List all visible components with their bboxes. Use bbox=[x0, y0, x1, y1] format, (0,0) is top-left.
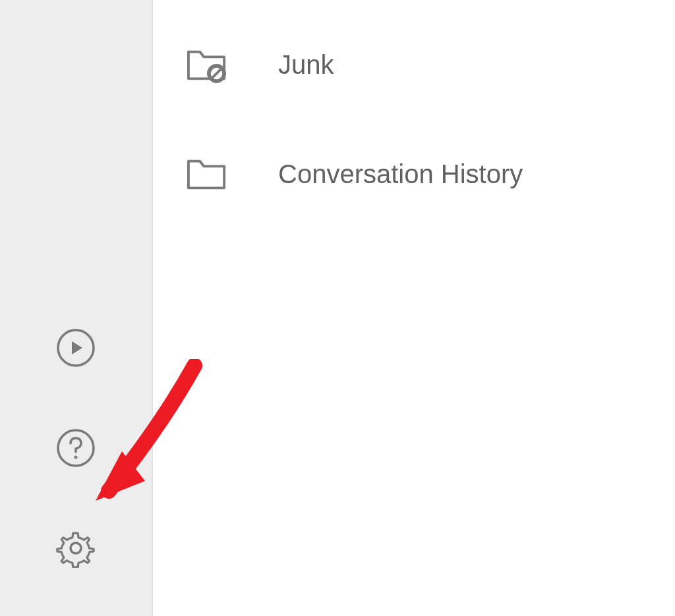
help-button[interactable] bbox=[55, 429, 96, 470]
settings-button[interactable] bbox=[55, 529, 96, 570]
left-rail bbox=[0, 0, 153, 616]
play-button[interactable] bbox=[55, 329, 96, 370]
gear-icon bbox=[56, 528, 96, 571]
folder-list: Junk Conversation History bbox=[153, 0, 675, 616]
rail-bottom-icons bbox=[0, 329, 152, 570]
folder-item-conversation-history[interactable]: Conversation History bbox=[153, 136, 675, 212]
help-icon bbox=[56, 428, 96, 470]
folder-icon bbox=[186, 155, 227, 192]
folder-label: Conversation History bbox=[278, 159, 523, 189]
play-icon bbox=[56, 328, 96, 370]
folder-label: Junk bbox=[278, 50, 334, 80]
svg-point-2 bbox=[74, 456, 78, 459]
folder-item-junk[interactable]: Junk bbox=[153, 26, 675, 103]
app-container: Junk Conversation History bbox=[0, 0, 675, 616]
svg-point-3 bbox=[71, 543, 81, 553]
junk-folder-icon bbox=[186, 46, 227, 83]
